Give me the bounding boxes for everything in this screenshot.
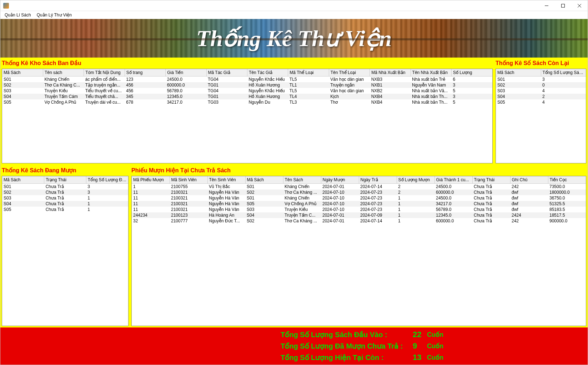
- table-header[interactable]: Trạng Thái: [44, 176, 86, 183]
- table-cell: Nhà xuất bản Th...: [411, 99, 451, 105]
- table-cell: 18517.5: [548, 212, 586, 218]
- table-row[interactable]: S01Kháng Chiếnác phẩm cổ điển...12324500…: [2, 76, 492, 82]
- minimize-button[interactable]: [538, 0, 555, 11]
- table-header[interactable]: Ghi Chú: [510, 176, 548, 183]
- table-cell: TL5: [288, 88, 329, 94]
- table-header[interactable]: Số Lượng Mượn: [397, 176, 434, 183]
- table-cell: 2: [541, 94, 586, 99]
- table-row[interactable]: 112100321Nguyễn Hà VânS02Thơ Ca Kháng ..…: [132, 189, 586, 195]
- table-header[interactable]: Tóm Tắt Nội Dung: [84, 69, 125, 76]
- table-header[interactable]: Tiền Cọc: [548, 176, 586, 183]
- table-cell: Tiểu thuyết chă...: [84, 94, 125, 99]
- table-row[interactable]: S03Chưa Trả1: [2, 195, 128, 201]
- table-cell: Tiểu thuyết về cu...: [84, 88, 125, 94]
- close-button[interactable]: [571, 0, 588, 11]
- table-row[interactable]: S013: [496, 76, 586, 82]
- table-kho[interactable]: Mã SáchTên sáchTóm Tắt Nội DungSố trangG…: [2, 69, 492, 105]
- table-dangmuon[interactable]: Mã SáchTrạng TháiTổng Số Lượng Đan... S0…: [2, 176, 128, 212]
- maximize-button[interactable]: [555, 0, 571, 11]
- table-header[interactable]: Tổng Số Lượng Đan...: [86, 176, 128, 183]
- table-row[interactable]: S01Chưa Trả3: [2, 183, 128, 189]
- table-header[interactable]: Mã Sách: [245, 176, 283, 183]
- table-cell: 2024-07-23: [359, 189, 397, 195]
- table-header[interactable]: Giá Thành 1 cu...: [434, 176, 472, 183]
- table-phieu-wrap[interactable]: Mã Phiếu MượnMã Sinh ViênTên Sinh ViênMã…: [131, 176, 586, 326]
- table-row[interactable]: 112100321Nguyễn Hà VânS03Truyện Kiều2024…: [132, 207, 586, 212]
- menu-quan-li-sach[interactable]: Quản Lí Sách: [2, 12, 33, 18]
- table-cell: 1: [86, 201, 128, 207]
- table-row[interactable]: S03Truyện KiềuTiểu thuyết về cu...456567…: [2, 88, 492, 94]
- table-cell: 244234: [132, 212, 170, 218]
- table-header[interactable]: Số trang: [125, 69, 165, 76]
- table-header[interactable]: Giá Tiền: [166, 69, 206, 76]
- table-cell: 2024-07-23: [359, 195, 397, 201]
- table-header[interactable]: Ngày Trả: [359, 176, 397, 183]
- table-row[interactable]: S054: [496, 99, 586, 105]
- table-cell: 4: [541, 88, 586, 94]
- table-header[interactable]: Tên Sách: [283, 176, 321, 183]
- table-row[interactable]: 2442342100123Hà Hoàng AnS04Truyện Tấm C.…: [132, 212, 586, 218]
- table-cell: S01: [2, 183, 44, 189]
- table-cell: Nguyễn Hà Vân: [207, 195, 245, 201]
- table-cell: 242: [510, 218, 548, 224]
- table-header[interactable]: Số Lượng: [451, 69, 492, 76]
- top-row: Thống Kê Kho Sách Ban Đầu Mã SáchTên sác…: [0, 58, 588, 165]
- table-cell: 242: [510, 183, 548, 189]
- table-conlai[interactable]: Mã SáchTổng Số Lượng Sách ... S013S020S0…: [496, 69, 586, 105]
- table-cell: 3: [86, 183, 128, 189]
- table-row[interactable]: 112100321Nguyễn Hà VânS01Kháng Chiến2024…: [132, 195, 586, 201]
- table-kho-wrap[interactable]: Mã SáchTên sáchTóm Tắt Nội DungSố trangG…: [2, 69, 493, 163]
- table-dangmuon-wrap[interactable]: Mã SáchTrạng TháiTổng Số Lượng Đan... S0…: [2, 176, 129, 326]
- table-conlai-wrap[interactable]: Mã SáchTổng Số Lượng Sách ... S013S020S0…: [496, 69, 586, 163]
- table-header[interactable]: Tên sách: [43, 69, 84, 76]
- table-cell: NXB1: [370, 82, 411, 88]
- table-header[interactable]: Ngày Mượn: [321, 176, 359, 183]
- table-row[interactable]: S042: [496, 94, 586, 99]
- table-row[interactable]: 12100755Vũ Thị BắcS01Kháng Chiến2024-07-…: [132, 183, 586, 189]
- table-cell: 600000.0: [434, 189, 472, 195]
- table-header[interactable]: Mã Nhà Xuất Bản: [370, 69, 411, 76]
- menu-quan-ly-thu-vien[interactable]: Quản Lý Thư Viện: [35, 12, 74, 18]
- table-row[interactable]: S02Chưa Trả3: [2, 189, 128, 195]
- table-cell: Nguyễn Hà Vân: [207, 201, 245, 207]
- table-cell: Kịch: [329, 94, 370, 99]
- table-cell: Vợ Chồng A Phủ: [283, 201, 321, 207]
- table-cell: TL1: [288, 82, 329, 88]
- table-header[interactable]: Mã Tác Giả: [206, 69, 247, 76]
- table-cell: 123: [125, 76, 165, 82]
- content-area: Thống Kê Kho Sách Ban Đầu Mã SáchTên sác…: [0, 58, 588, 327]
- table-phieu[interactable]: Mã Phiếu MượnMã Sinh ViênTên Sinh ViênMã…: [132, 176, 586, 224]
- table-cell: Nguyễn Du: [247, 99, 288, 105]
- table-row[interactable]: 112100321Nguyễn Hà VânS05Vợ Chồng A Phủ2…: [132, 201, 586, 207]
- table-cell: đwf: [510, 195, 548, 201]
- table-row[interactable]: S05Chưa Trả1: [2, 207, 128, 212]
- table-row[interactable]: 322100777Nguyễn Đức T...S02Thơ Ca Kháng …: [132, 218, 586, 224]
- table-header[interactable]: Mã Phiếu Mượn: [132, 176, 170, 183]
- footer-label-in: Tổng Số Lượng Sách Đầu Vào :: [281, 330, 413, 339]
- table-row[interactable]: S020: [496, 82, 586, 88]
- table-header[interactable]: Trạng Thái: [472, 176, 510, 183]
- table-row[interactable]: S02Thơ Ca Kháng C...Tập truyện ngắn...45…: [2, 82, 492, 88]
- table-header[interactable]: Mã Sách: [496, 69, 541, 76]
- table-row[interactable]: S034: [496, 88, 586, 94]
- table-header[interactable]: Tên Nhà Xuất Bản: [411, 69, 451, 76]
- table-row[interactable]: S05Vợ Chồng A PhủTruyện dài về cu...6783…: [2, 99, 492, 105]
- table-header[interactable]: Mã Sách: [2, 176, 44, 183]
- table-cell: 0: [541, 82, 586, 88]
- table-header[interactable]: Mã Sách: [2, 69, 43, 76]
- table-cell: Nguyễn Đức T...: [207, 218, 245, 224]
- table-row[interactable]: S04Truyện Tấm CámTiểu thuyết chă...34512…: [2, 94, 492, 99]
- table-header[interactable]: Tổng Số Lượng Sách ...: [541, 69, 586, 76]
- table-header[interactable]: Tên Tác Giả: [247, 69, 288, 76]
- table-header[interactable]: Mã Sinh Viên: [170, 176, 207, 183]
- table-header[interactable]: Tên Sinh Viên: [207, 176, 245, 183]
- table-cell: 11: [132, 207, 170, 212]
- table-cell: 34217.0: [434, 201, 472, 207]
- table-cell: 2: [397, 183, 434, 189]
- table-header[interactable]: Mã Thể Loại: [288, 69, 329, 76]
- table-cell: 24500.0: [434, 183, 472, 189]
- table-header[interactable]: Tên Thể Loại: [329, 69, 370, 76]
- table-cell: S04: [2, 201, 44, 207]
- table-cell: 2024-07-09: [359, 212, 397, 218]
- table-row[interactable]: S04Chưa Trả1: [2, 201, 128, 207]
